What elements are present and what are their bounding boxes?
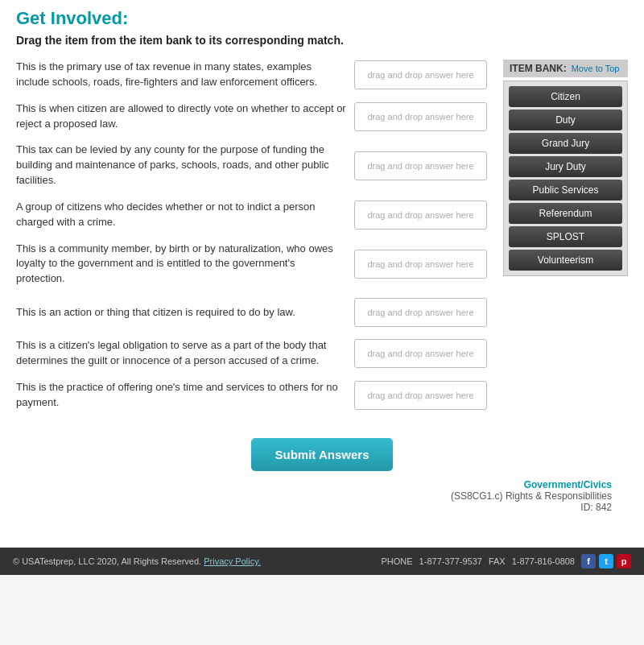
question-row-1: This is the primary use of tax revenue i… xyxy=(16,60,487,90)
bank-item-5[interactable]: Referendum xyxy=(509,203,622,224)
drop-zone-7[interactable]: drag and drop answer here xyxy=(354,339,487,368)
bank-item-3[interactable]: Jury Duty xyxy=(509,156,622,177)
id-label: ID: 842 xyxy=(16,502,612,513)
question-text-4: A group of citizens who decides whether … xyxy=(16,200,346,230)
bank-item-6[interactable]: SPLOST xyxy=(509,226,622,247)
subject-label: Government/Civics xyxy=(16,479,612,490)
bank-item-7[interactable]: Volunteerism xyxy=(509,250,622,271)
question-text-1: This is the primary use of tax revenue i… xyxy=(16,60,346,90)
drop-zone-6[interactable]: drag and drop answer here xyxy=(354,298,487,327)
bank-item-2[interactable]: Grand Jury xyxy=(509,133,622,154)
privacy-link[interactable]: Privacy Policy. xyxy=(204,556,261,566)
question-row-7: This is a citizen's legal obligation to … xyxy=(16,338,487,369)
standard-label: (SS8CG1.c) Rights & Responsibilities xyxy=(16,490,612,502)
phone-label: PHONE xyxy=(381,556,412,566)
question-row-2: This is when citizen are allowed to dire… xyxy=(16,101,487,132)
item-bank: ITEM BANK: Move to Top CitizenDutyGrand … xyxy=(503,60,628,422)
footer-bar: © USATestprep, LLC 2020, All Rights Rese… xyxy=(0,548,644,575)
twitter-icon[interactable]: t xyxy=(599,554,613,569)
item-bank-label: ITEM BANK: xyxy=(510,63,567,74)
social-icons: f t p xyxy=(581,554,631,569)
question-text-6: This is an action or thing that citizen … xyxy=(16,305,346,320)
main-content: Get Involved: Drag the item from the ite… xyxy=(0,0,644,548)
bank-item-1[interactable]: Duty xyxy=(509,110,622,130)
question-row-5: This is a community member, by birth or … xyxy=(16,242,487,287)
submit-area: Submit Answers xyxy=(16,438,628,471)
footer-info: Government/Civics (SS8CG1.c) Rights & Re… xyxy=(16,479,628,519)
drop-zone-2[interactable]: drag and drop answer here xyxy=(354,102,487,131)
phone-area: PHONE 1-877-377-9537 FAX 1-877-816-0808 … xyxy=(381,554,631,569)
instruction-text: Drag the item from the item bank to its … xyxy=(16,34,628,47)
drop-zone-8[interactable]: drag and drop answer here xyxy=(354,381,487,410)
bank-item-4[interactable]: Public Services xyxy=(509,180,622,201)
question-text-5: This is a community member, by birth or … xyxy=(16,242,346,287)
questions-column: This is the primary use of tax revenue i… xyxy=(16,60,487,422)
item-bank-items: CitizenDutyGrand JuryJury DutyPublic Ser… xyxy=(503,81,628,276)
activity-area: This is the primary use of tax revenue i… xyxy=(16,60,628,422)
fax-label: FAX xyxy=(489,556,506,566)
copyright-text: © USATestprep, LLC 2020, All Rights Rese… xyxy=(13,556,201,566)
question-text-3: This tax can be levied by any county for… xyxy=(16,143,346,188)
phone-number[interactable]: 1-877-377-9537 xyxy=(419,556,482,566)
pinterest-icon[interactable]: p xyxy=(617,554,631,569)
drop-zone-4[interactable]: drag and drop answer here xyxy=(354,201,487,229)
question-text-7: This is a citizen's legal obligation to … xyxy=(16,338,346,369)
question-row-4: A group of citizens who decides whether … xyxy=(16,200,487,230)
question-row-8: This is the practice of offering one's t… xyxy=(16,380,487,411)
question-text-8: This is the practice of offering one's t… xyxy=(16,380,346,411)
question-text-2: This is when citizen are allowed to dire… xyxy=(16,101,346,132)
drop-zone-5[interactable]: drag and drop answer here xyxy=(354,250,487,279)
fax-number[interactable]: 1-877-816-0808 xyxy=(512,556,575,566)
page-title: Get Involved: xyxy=(16,8,628,29)
item-bank-header: ITEM BANK: Move to Top xyxy=(503,60,628,77)
submit-button[interactable]: Submit Answers xyxy=(251,438,394,471)
copyright-area: © USATestprep, LLC 2020, All Rights Rese… xyxy=(13,556,261,566)
bank-item-0[interactable]: Citizen xyxy=(509,86,622,107)
drop-zone-3[interactable]: drag and drop answer here xyxy=(354,151,487,180)
question-row-6: This is an action or thing that citizen … xyxy=(16,298,487,327)
question-row-3: This tax can be levied by any county for… xyxy=(16,143,487,188)
drop-zone-1[interactable]: drag and drop answer here xyxy=(354,60,487,89)
move-to-top-link[interactable]: Move to Top xyxy=(572,64,620,73)
facebook-icon[interactable]: f xyxy=(581,554,596,569)
